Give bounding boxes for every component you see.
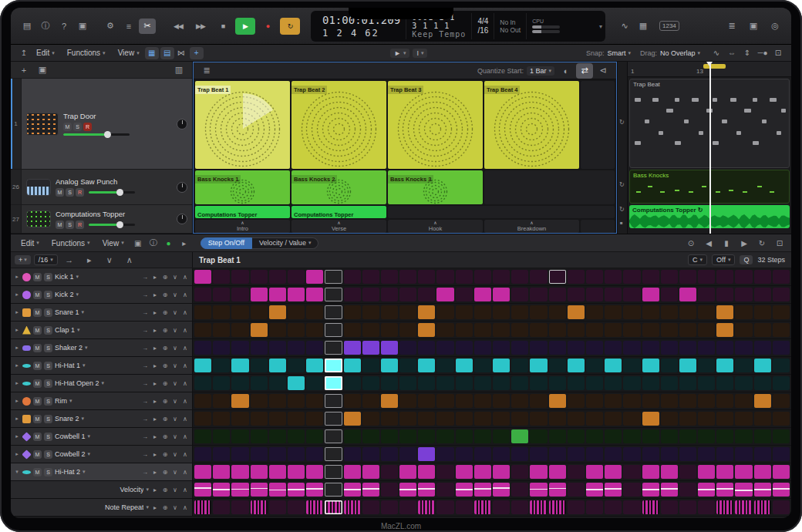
- row-solo-button[interactable]: S: [44, 291, 52, 299]
- step-cell[interactable]: [381, 305, 398, 319]
- step-cell[interactable]: [530, 305, 547, 319]
- row-control-icon[interactable]: ▸: [151, 487, 159, 493]
- step-cell[interactable]: [306, 376, 323, 390]
- step-cell[interactable]: [194, 288, 211, 301]
- menu-view[interactable]: View▾: [113, 49, 145, 57]
- step-cell[interactable]: [306, 359, 323, 372]
- row-label-cowbell-2[interactable]: ▸MSCowbell 2▾→▸⊕∨∧: [11, 446, 193, 463]
- row-control-icon[interactable]: ▸: [151, 469, 159, 476]
- row-control-icon[interactable]: ▸: [151, 504, 159, 511]
- step-cell[interactable]: [436, 429, 453, 443]
- step-cell[interactable]: [511, 288, 528, 301]
- row-disclosure-icon[interactable]: ▸: [14, 416, 20, 422]
- step-cell[interactable]: [399, 305, 416, 319]
- step-cell[interactable]: [399, 270, 416, 284]
- step-cell[interactable]: [586, 465, 603, 479]
- note-pads-icon[interactable]: ▣: [745, 19, 762, 34]
- step-cell[interactable]: [642, 376, 659, 390]
- step-cell[interactable]: [288, 323, 305, 337]
- step-cell[interactable]: [586, 500, 603, 514]
- step-cell[interactable]: [642, 394, 659, 408]
- step-cell[interactable]: [679, 500, 696, 514]
- step-cell[interactable]: [418, 341, 435, 355]
- mixer-icon[interactable]: ≡: [120, 19, 137, 34]
- step-cell[interactable]: [549, 376, 566, 390]
- step-cell[interactable]: [213, 323, 230, 337]
- step-cell[interactable]: [436, 305, 453, 319]
- step-cell[interactable]: [549, 341, 566, 355]
- scroll-top-icon[interactable]: ↥: [17, 47, 31, 59]
- volume-slider[interactable]: [89, 224, 135, 226]
- step-cell[interactable]: [549, 359, 566, 372]
- step-cell[interactable]: [381, 429, 398, 443]
- row-control-icon[interactable]: ⊕: [161, 274, 169, 281]
- step-cell[interactable]: [754, 429, 771, 443]
- step-cell[interactable]: [754, 323, 771, 337]
- mute-button[interactable]: M: [63, 123, 72, 131]
- step-cell[interactable]: [418, 500, 435, 514]
- step-cell[interactable]: [418, 465, 435, 479]
- row-solo-button[interactable]: S: [44, 468, 52, 476]
- step-cell[interactable]: [474, 288, 491, 301]
- step-cell[interactable]: [418, 394, 435, 408]
- step-cell[interactable]: [269, 412, 286, 426]
- row-control-icon[interactable]: ∧: [181, 291, 189, 298]
- step-cell[interactable]: [679, 394, 696, 408]
- quantize-start-select[interactable]: 1 Bar▾: [527, 66, 554, 76]
- row-control-icon[interactable]: ∨: [171, 469, 179, 476]
- row-label-cowbell-1[interactable]: ▸MSCowbell 1▾→▸⊕∨∧: [11, 428, 193, 445]
- step-cell[interactable]: [474, 429, 491, 443]
- step-cell[interactable]: [231, 429, 248, 443]
- step-cell[interactable]: [194, 429, 211, 443]
- step-cell[interactable]: [251, 376, 268, 390]
- step-cell[interactable]: [362, 483, 379, 497]
- step-cell[interactable]: [231, 465, 248, 479]
- scene-trigger-hook[interactable]: ∧Hook: [388, 220, 483, 233]
- step-cell[interactable]: [288, 500, 305, 514]
- step-cell[interactable]: [456, 483, 473, 497]
- step-cell[interactable]: [251, 483, 268, 497]
- step-cell[interactable]: [213, 412, 230, 426]
- row-disclosure-icon[interactable]: ▸: [14, 309, 20, 315]
- step-cell[interactable]: [436, 270, 453, 284]
- step-cell[interactable]: [716, 323, 733, 337]
- loop-cell-trap-beat-3[interactable]: Trap Beat 3: [388, 81, 483, 169]
- record-enable-button[interactable]: R: [76, 221, 84, 229]
- row-control-icon[interactable]: →: [141, 362, 149, 369]
- row-control-icon[interactable]: ⊕: [161, 416, 169, 423]
- menu-edit[interactable]: Edit▾: [31, 49, 60, 57]
- step-cell[interactable]: [194, 394, 211, 408]
- row-mute-button[interactable]: M: [33, 468, 42, 476]
- row-control-icon[interactable]: ▸: [151, 416, 159, 423]
- row-control-icon[interactable]: ∨: [171, 291, 179, 298]
- step-cell[interactable]: [288, 359, 305, 372]
- step-cell[interactable]: [325, 429, 342, 443]
- step-cell[interactable]: [735, 483, 752, 497]
- step-cell[interactable]: [642, 359, 659, 372]
- step-cell[interactable]: [493, 412, 510, 426]
- step-cell[interactable]: [642, 447, 659, 461]
- step-cell[interactable]: [754, 483, 771, 497]
- step-cell[interactable]: [623, 500, 640, 514]
- step-cell[interactable]: [288, 341, 305, 355]
- step-cell[interactable]: [493, 429, 510, 443]
- step-cell[interactable]: [231, 412, 248, 426]
- step-cell[interactable]: [493, 483, 510, 497]
- step-cell[interactable]: [754, 376, 771, 390]
- record-enable-button[interactable]: R: [83, 123, 92, 131]
- step-cell[interactable]: [698, 341, 715, 355]
- step-cell[interactable]: [399, 341, 416, 355]
- row-label-note-repeat[interactable]: Note Repeat▾▸⊕∨∧: [11, 499, 193, 516]
- zoom-slider[interactable]: ─●: [756, 47, 770, 59]
- track-header-analog-saw-punch[interactable]: 26 Analog Saw Punch M S R: [11, 170, 192, 205]
- split-view-icon[interactable]: ⋈: [174, 47, 188, 59]
- menu-functions[interactable]: Functions▾: [46, 239, 96, 247]
- loop-cell-trap-beat-4[interactable]: Trap Beat 4: [484, 81, 579, 169]
- page-next-icon[interactable]: ▶: [737, 237, 751, 249]
- row-control-icon[interactable]: ∧: [181, 274, 189, 281]
- step-cell[interactable]: [362, 429, 379, 443]
- step-cell[interactable]: [773, 305, 790, 319]
- step-cell[interactable]: [306, 447, 323, 461]
- step-cell[interactable]: [362, 394, 379, 408]
- step-cell[interactable]: [474, 376, 491, 390]
